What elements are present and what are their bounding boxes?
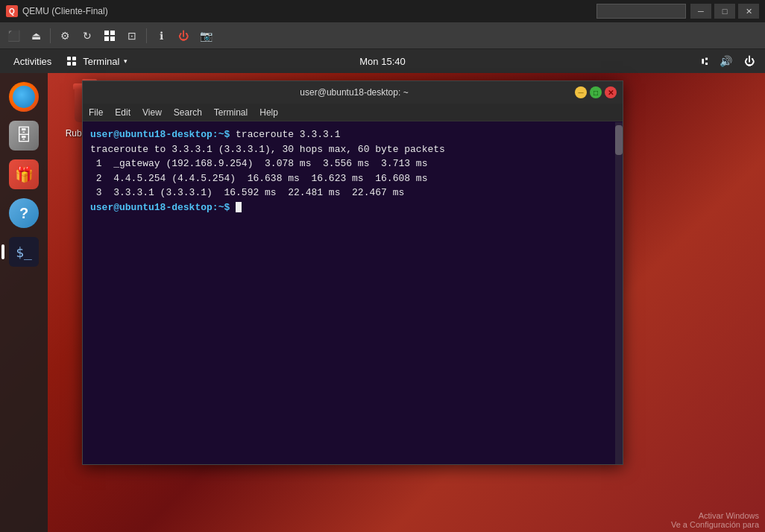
firefox-icon (9, 82, 39, 112)
svg-rect-6 (67, 62, 71, 66)
volume-icon[interactable]: 🔊 (717, 52, 735, 70)
toolbar-tablet-button[interactable]: ⊡ (122, 25, 142, 46)
files-icon: 🗄 (9, 121, 39, 151)
software-center-icon: 🎁 (9, 159, 39, 189)
terminal-maximize-button[interactable]: □ (590, 86, 602, 98)
svg-rect-0 (104, 31, 109, 35)
svg-rect-2 (104, 37, 109, 41)
terminal-scrollbar[interactable] (615, 122, 623, 464)
qemu-titlebar-right: ─ □ ✕ (596, 4, 759, 19)
terminal-output-4: 3 3.3.3.1 (3.3.3.1) 16.592 ms 22.481 ms … (90, 186, 615, 200)
svg-rect-5 (72, 57, 76, 60)
terminal-menu-help[interactable]: Help (259, 107, 278, 118)
terminal-minimize-button[interactable]: ─ (575, 86, 587, 98)
toolbar-separator-1 (50, 28, 51, 43)
qemu-search-input[interactable] (596, 4, 686, 19)
terminal-prompt-1: user@ubuntu18-desktop:~$ (90, 129, 230, 140)
terminal-cursor (236, 202, 242, 212)
dock-item-software[interactable]: 🎁 (6, 156, 42, 192)
dock-item-terminal[interactable]: $_ (6, 234, 42, 270)
terminal-scrollbar-thumb[interactable] (615, 125, 623, 155)
toolbar-poweroff-button[interactable]: ⏻ (173, 25, 194, 46)
ubuntu-desktop: Activities Terminal ▾ Mon 15:40 ⑆ 🔊 ⏻ (0, 49, 765, 532)
dock-item-help[interactable]: ? (6, 195, 42, 231)
svg-rect-3 (110, 37, 115, 41)
svg-rect-7 (72, 62, 76, 66)
terminal-close-button[interactable]: ✕ (605, 86, 617, 98)
terminal-dock-icon: $_ (9, 237, 39, 267)
terminal-window-controls: ─ □ ✕ (575, 86, 617, 98)
terminal-menu-search[interactable]: Search (174, 107, 202, 118)
terminal-window-title: user@ubuntu18-desktop: ~ (133, 87, 575, 98)
power-icon[interactable]: ⏻ (741, 52, 758, 70)
ubuntu-dock: 🗄 🎁 ? $_ (0, 73, 48, 532)
windows-activation-hint: Activar Windows Ve a Configuración para (665, 508, 765, 532)
toolbar-settings-button[interactable]: ⚙ (54, 25, 75, 46)
toolbar-screenshot-button[interactable]: 📷 (195, 25, 216, 46)
accessibility-icon[interactable]: ⑆ (699, 52, 711, 70)
ubuntu-topbar: Activities Terminal ▾ Mon 15:40 ⑆ 🔊 ⏻ (0, 49, 765, 73)
terminal-menu-button[interactable]: Terminal ▾ (66, 56, 128, 67)
terminal-menu-label: Terminal (83, 56, 119, 67)
toolbar-eject-button[interactable]: ⏏ (25, 25, 46, 46)
terminal-menubar: File Edit View Search Terminal Help (83, 104, 623, 121)
help-icon: ? (9, 198, 39, 228)
terminal-line-1: user@ubuntu18-desktop:~$ traceroute 3.3.… (90, 127, 615, 142)
windows-hint-line2: Ve a Configuración para (671, 520, 759, 529)
qemu-title: QEMU (Cliente-Final) (22, 6, 108, 16)
terminal-current-line: user@ubuntu18-desktop:~$ (90, 200, 615, 215)
svg-rect-1 (110, 31, 115, 35)
terminal-titlebar: user@ubuntu18-desktop: ~ ─ □ ✕ (83, 81, 623, 104)
qemu-toolbar: ⬛ ⏏ ⚙ ↻ ⊡ ℹ ⏻ 📷 (0, 22, 765, 49)
terminal-menu-edit[interactable]: Edit (115, 107, 130, 118)
terminal-command-1: traceroute 3.3.3.1 (236, 129, 340, 140)
terminal-body[interactable]: user@ubuntu18-desktop:~$ traceroute 3.3.… (83, 121, 623, 464)
terminal-menu-file[interactable]: File (89, 107, 103, 118)
dock-item-firefox[interactable] (6, 79, 42, 115)
terminal-current-prompt: user@ubuntu18-desktop:~$ (90, 202, 236, 213)
ubuntu-clock: Mon 15:40 (359, 56, 405, 67)
desktop-content: 🗄 🎁 ? $_ (0, 73, 765, 532)
dock-item-files[interactable]: 🗄 (6, 118, 42, 153)
svg-rect-4 (67, 57, 71, 60)
qemu-maximize-button[interactable]: □ (714, 4, 735, 19)
qemu-titlebar-left: Q QEMU (Cliente-Final) (6, 5, 108, 17)
toolbar-windows-button[interactable] (99, 25, 120, 46)
toolbar-separator-2 (146, 28, 147, 43)
qemu-close-button[interactable]: ✕ (738, 4, 759, 19)
toolbar-reset-button[interactable]: ↻ (77, 25, 98, 46)
activities-button[interactable]: Activities (7, 53, 57, 70)
terminal-output-1: traceroute to 3.3.3.1 (3.3.3.1), 30 hops… (90, 142, 615, 157)
terminal-menu-view[interactable]: View (142, 107, 162, 118)
qemu-window: Q QEMU (Cliente-Final) ─ □ ✕ ⬛ ⏏ ⚙ ↻ ⊡ ℹ… (0, 0, 765, 532)
ubuntu-topbar-right: ⑆ 🔊 ⏻ (699, 52, 758, 70)
qemu-window-controls: ─ □ ✕ (690, 4, 759, 19)
qemu-minimize-button[interactable]: ─ (690, 4, 711, 19)
toolbar-info-button[interactable]: ℹ (151, 25, 171, 46)
terminal-menu-chevron: ▾ (124, 57, 128, 65)
terminal-output-3: 2 4.4.5.254 (4.4.5.254) 16.638 ms 16.623… (90, 171, 615, 186)
qemu-titlebar: Q QEMU (Cliente-Final) ─ □ ✕ (0, 0, 765, 22)
terminal-output-2: 1 _gateway (192.168.9.254) 3.078 ms 3.55… (90, 156, 615, 171)
toolbar-monitor-button[interactable]: ⬛ (3, 25, 24, 46)
ubuntu-topbar-left: Activities Terminal ▾ (7, 53, 128, 70)
qemu-logo-icon: Q (6, 5, 18, 17)
terminal-window: user@ubuntu18-desktop: ~ ─ □ ✕ File Edit… (82, 80, 623, 465)
terminal-menu-terminal[interactable]: Terminal (214, 107, 248, 118)
windows-hint-line1: Activar Windows (671, 511, 759, 520)
